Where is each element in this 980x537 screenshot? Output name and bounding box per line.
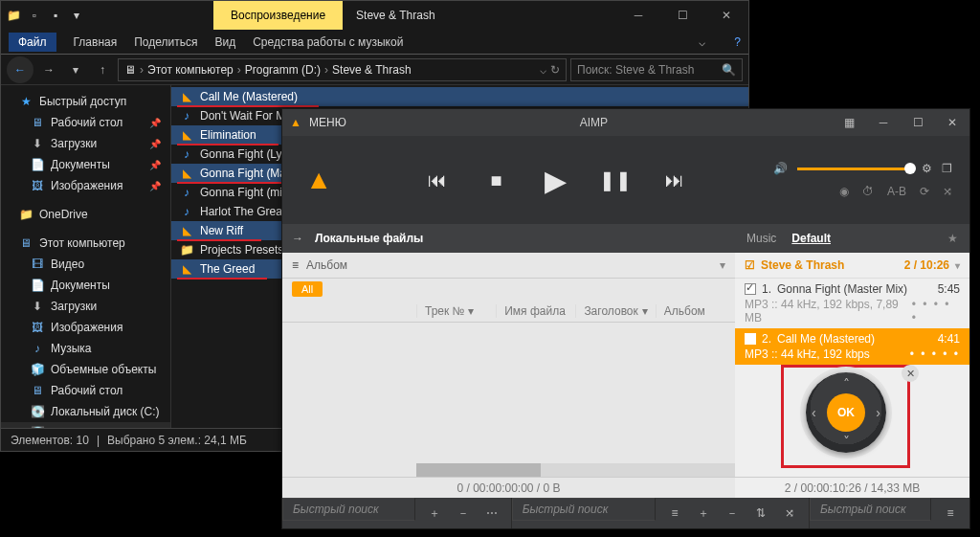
stop-button[interactable]: ■ xyxy=(484,168,509,192)
maximize-button[interactable]: ☐ xyxy=(660,1,704,30)
quick-search-right[interactable]: Быстрый поиск xyxy=(810,498,931,521)
grid-icon[interactable]: ▦ xyxy=(832,109,866,136)
breadcrumb-seg[interactable]: Steve & Thrash xyxy=(332,63,412,77)
hamburger-icon[interactable]: ≡ xyxy=(292,258,299,272)
quick-search-left[interactable]: Быстрый поиск xyxy=(282,498,415,521)
rating-dots[interactable]: • • • • • xyxy=(910,347,960,361)
pause-button[interactable]: ❚❚ xyxy=(603,168,628,192)
volume-icon[interactable]: 🔊 xyxy=(773,162,788,175)
shuffle-icon[interactable]: ⤨ xyxy=(943,185,952,198)
help-icon[interactable]: ? xyxy=(734,35,741,49)
quick-search-mid[interactable]: Быстрый поиск xyxy=(512,498,656,521)
more-icon[interactable]: ⋯ xyxy=(482,506,501,520)
scrollbar-thumb[interactable] xyxy=(416,463,541,477)
dial-up-button[interactable]: ˄ xyxy=(843,376,850,392)
tab-local-files[interactable]: Локальные файлы xyxy=(315,232,423,245)
ribbon-file[interactable]: Файл xyxy=(9,33,56,52)
list-icon[interactable]: ≡ xyxy=(665,506,684,520)
nav-pictures2[interactable]: 🖼Изображения xyxy=(1,317,170,338)
qat-dropdown-icon[interactable]: ▾ xyxy=(68,7,85,24)
nav-downloads2[interactable]: ⬇Загрузки xyxy=(1,296,170,317)
col-filename[interactable]: Имя файла xyxy=(496,304,575,318)
nav-downloads[interactable]: ⬇Загрузки📌 xyxy=(1,133,170,154)
ribbon-view[interactable]: Вид xyxy=(214,35,235,49)
menu-icon[interactable]: ≡ xyxy=(941,506,960,520)
prev-button[interactable]: ⏮ xyxy=(425,168,450,192)
col-track-no[interactable]: Трек №▾ xyxy=(416,304,496,318)
nav-desktop2[interactable]: 🖥Рабочий стол xyxy=(1,380,170,401)
repeat-icon[interactable]: ⟳ xyxy=(920,185,929,198)
minimize-button[interactable]: ─ xyxy=(866,109,901,136)
close-button[interactable]: ✕ xyxy=(704,1,748,30)
dial-close-button[interactable]: ✕ xyxy=(902,365,919,382)
nav-documents2[interactable]: 📄Документы xyxy=(1,275,170,296)
nav-onedrive[interactable]: 📁OneDrive xyxy=(1,204,170,225)
group-by-label[interactable]: Альбом xyxy=(306,258,347,272)
dial-ok-button[interactable]: OK xyxy=(827,393,865,432)
breadcrumb-seg[interactable]: Programm (D:) xyxy=(245,63,321,77)
remove-button[interactable]: － xyxy=(454,505,473,522)
chevron-down-icon[interactable]: ⌵ xyxy=(540,63,546,77)
playlist-group-header[interactable]: ☑ Steve & Thrash 2 / 10:26 ▾ xyxy=(735,253,969,279)
track-row-playing[interactable]: 2.Call Me (Mastered)4:41 MP3 :: 44 kHz, … xyxy=(735,328,969,365)
properties-icon[interactable]: ▫ xyxy=(26,7,43,24)
nav-video[interactable]: 🎞Видео xyxy=(1,254,170,275)
nav-documents[interactable]: 📄Документы📌 xyxy=(1,154,170,175)
ribbon-expand-icon[interactable]: ⌵ xyxy=(699,35,705,49)
equalizer-icon[interactable]: ⚙ xyxy=(922,162,932,175)
dial-right-button[interactable]: › xyxy=(876,405,880,420)
track-row[interactable]: 1.Gonna Fight (Master Mix)5:45 MP3 :: 44… xyxy=(735,279,969,328)
chevron-down-icon[interactable]: ▾ xyxy=(720,258,725,272)
nav-up-button[interactable]: ↑ xyxy=(91,58,114,81)
nav-recent-icon[interactable]: ▾ xyxy=(64,58,87,81)
ribbon-music-tools[interactable]: Средства работы с музыкой xyxy=(253,35,403,49)
horizontal-scrollbar[interactable] xyxy=(416,463,735,477)
nav-forward-button[interactable]: → xyxy=(37,58,60,81)
add-button[interactable]: ＋ xyxy=(425,505,444,522)
col-album[interactable]: Альбом xyxy=(656,304,735,318)
nav-back-button[interactable]: ← xyxy=(7,56,33,83)
maximize-button[interactable]: ☐ xyxy=(901,109,935,136)
add-button[interactable]: ＋ xyxy=(694,505,713,522)
favorite-icon[interactable]: ★ xyxy=(947,232,958,245)
dial-down-button[interactable]: ˅ xyxy=(843,434,850,449)
breadcrumb-seg[interactable]: Этот компьютер xyxy=(147,63,234,77)
dial-left-button[interactable]: ‹ xyxy=(812,405,816,420)
contextual-tab-playback[interactable]: Воспроизведение xyxy=(213,1,343,30)
checkbox-icon[interactable]: ☑ xyxy=(745,258,755,272)
nav-this-pc[interactable]: 🖥Этот компьютер xyxy=(1,233,170,254)
ab-repeat[interactable]: A-B xyxy=(887,185,906,198)
tab-default[interactable]: Default xyxy=(791,232,831,245)
rating-dots[interactable]: • • • • • xyxy=(912,298,960,324)
arrow-icon[interactable]: → xyxy=(292,232,303,245)
remove-button[interactable]: － xyxy=(723,505,742,522)
tab-music[interactable]: Music xyxy=(746,232,776,245)
volume-slider[interactable] xyxy=(797,168,912,170)
track-checkbox[interactable] xyxy=(745,283,756,295)
ribbon-home[interactable]: Главная xyxy=(74,35,118,49)
visual-icon[interactable]: ❐ xyxy=(942,162,952,175)
nav-disk-c[interactable]: 💽Локальный диск (C:) xyxy=(1,401,170,422)
aimp-menu-button[interactable]: ▲ МЕНЮ xyxy=(282,109,356,136)
breadcrumb[interactable]: 🖥› Этот компьютер› Programm (D:)› Steve … xyxy=(118,58,567,81)
nav-pictures[interactable]: 🖼Изображения📌 xyxy=(1,175,170,196)
close-button[interactable]: ✕ xyxy=(935,109,969,136)
nav-quick-access[interactable]: ★Быстрый доступ xyxy=(1,91,170,112)
shuffle-icon[interactable]: ⤨ xyxy=(780,506,799,520)
clock-icon[interactable]: ⏱ xyxy=(862,185,874,198)
filter-all[interactable]: All xyxy=(292,281,323,297)
sort-icon[interactable]: ⇅ xyxy=(751,506,770,520)
play-button[interactable]: ▶ xyxy=(544,168,568,192)
next-button[interactable]: ⏭ xyxy=(662,168,687,192)
chevron-down-icon[interactable]: ▾ xyxy=(955,260,960,271)
nav-desktop[interactable]: 🖥Рабочий стол📌 xyxy=(1,112,170,133)
nav-3d[interactable]: 🧊Объемные объекты xyxy=(1,359,170,380)
new-folder-icon[interactable]: ▪ xyxy=(47,7,64,24)
refresh-icon[interactable]: ↻ xyxy=(550,63,560,77)
search-input[interactable]: Поиск: Steve & Thrash 🔍 xyxy=(570,58,743,81)
volume-thumb[interactable] xyxy=(904,163,916,174)
minimize-button[interactable]: ─ xyxy=(616,1,660,30)
track-checkbox[interactable] xyxy=(745,333,756,345)
nav-music[interactable]: ♪Музыка xyxy=(1,338,170,359)
col-title[interactable]: Заголовок▾ xyxy=(575,304,655,318)
